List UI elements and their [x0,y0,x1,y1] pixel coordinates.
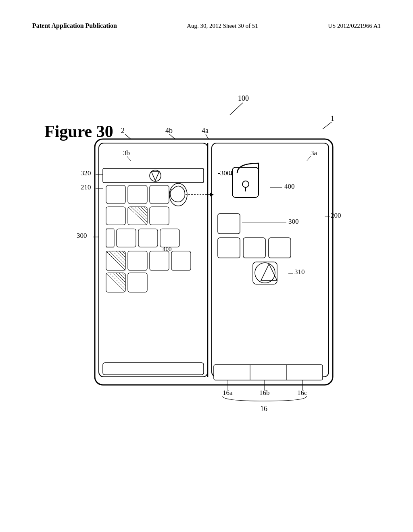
figure-svg: Figure 30 100 1 2 4b 4a [40,89,387,451]
lock-body [232,167,259,197]
label-2: 2 [121,127,125,135]
label-4a: 4a [202,127,209,135]
right-icon-2-1 [218,238,240,258]
label-400-right: 400 [284,183,295,190]
figure-label: Figure 30 [44,122,113,141]
right-icon-single [218,214,240,234]
app-icon-3-2 [117,229,136,247]
app-icon-1-2 [128,185,147,204]
app-icon-2-1 [106,207,125,225]
right-screen-panel [212,143,329,377]
publication-label: Patent Application Publication [32,22,117,29]
label-320: 320 [81,169,91,177]
label-3a: 3a [311,149,317,157]
right-icon-2-3 [269,238,291,258]
app-icon-5-2 [128,273,147,292]
figure-area: Figure 30 100 1 2 4b 4a [32,89,381,459]
right-icon-2-2 [243,238,265,258]
header: Patent Application Publication Aug. 30, … [32,22,381,29]
svg-line-1 [323,122,332,129]
label-300-right: 300 [288,218,299,225]
label-200: 200 [331,212,341,219]
bracket-16 [223,396,307,401]
label-1-top: 1 [331,114,334,123]
label-16: 16 [260,405,267,413]
app-icon-4-2 [128,251,147,270]
app-icon-4-3 [150,251,169,270]
label-4b: 4b [165,127,173,135]
svg-line-0 [230,103,243,115]
sheet-info: Aug. 30, 2012 Sheet 30 of 51 [187,23,258,29]
app-icon-2-3 [150,207,169,225]
bracket-icon-left [106,229,114,247]
app-icon-3-4 [160,229,179,247]
left-dock [103,363,204,375]
label-3b: 3b [123,149,130,157]
right-dock-bar [214,365,323,380]
app-icon-1-1 [106,185,125,204]
app-icon-4-4 [171,251,191,270]
patent-number: US 2012/0221966 A1 [328,23,381,29]
label-100: 100 [238,94,249,102]
label-300-left: 300 [77,232,87,239]
app-icon-1-3 [150,185,169,204]
app-icon-3-3 [138,229,158,247]
page: Patent Application Publication Aug. 30, … [0,0,413,532]
label-210: 210 [81,183,91,191]
label-310: 310 [294,268,305,276]
